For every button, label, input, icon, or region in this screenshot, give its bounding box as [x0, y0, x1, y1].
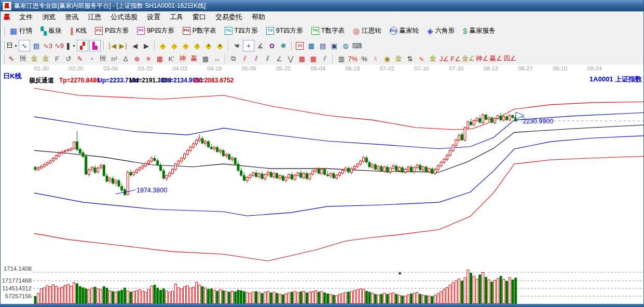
toolbar-button-9t-square[interactable]: T99T四方形: [262, 24, 307, 38]
tool-flower-tool[interactable]: ✿: [267, 40, 277, 51]
tool-diamond-vspan[interactable]: ◆↕: [192, 40, 202, 51]
draw-gann-fan-circle[interactable]: ⊕: [132, 53, 142, 64]
toolbar-button-quotes[interactable]: ▦行情: [6, 24, 36, 38]
menu-item-8[interactable]: 窗口: [188, 11, 211, 23]
tool-period-day[interactable]: 日▼: [6, 40, 18, 51]
menu-item-3[interactable]: 资讯: [60, 11, 83, 23]
draw-k-vertical[interactable]: K': [166, 53, 176, 64]
tool-maze-tool[interactable]: ❃: [278, 40, 289, 51]
tool-diamond-right[interactable]: ◆→: [169, 40, 180, 51]
draw-shen-angle[interactable]: 神∠: [476, 53, 489, 64]
draw-ying-tool[interactable]: 赢: [189, 53, 199, 64]
tool-notes[interactable]: ▤: [318, 40, 328, 51]
draw-angle-rays[interactable]: ∠: [274, 53, 284, 64]
tool-volume-profile[interactable]: ▙: [89, 40, 101, 51]
draw-square-grid-red[interactable]: ▦: [155, 53, 165, 64]
tool-pattern-tool[interactable]: ▞: [77, 40, 88, 51]
draw-percent[interactable]: %: [359, 53, 369, 64]
tool-report-view[interactable]: ▤: [31, 40, 42, 51]
draw-fan-red[interactable]: ⫽: [240, 53, 250, 64]
draw-fan-mixed[interactable]: ⫽: [263, 53, 273, 64]
tool-crosshair[interactable]: ＋: [243, 40, 254, 51]
draw-gold-red-line[interactable]: 金: [428, 53, 438, 64]
menu-item-7[interactable]: 工具: [165, 11, 188, 23]
menu-item-5[interactable]: 公式选股: [106, 11, 142, 23]
draw-grid-red-2[interactable]: ▦: [297, 53, 307, 64]
draw-j-angle[interactable]: J∠: [439, 53, 449, 64]
draw-updown-measure[interactable]: ⇅: [405, 53, 415, 64]
draw-percent-line[interactable]: ﹪: [371, 53, 381, 64]
draw-fan-purple[interactable]: ⫽: [251, 53, 262, 64]
draw-star-grid[interactable]: ✳: [143, 53, 154, 64]
candle-body: [500, 116, 502, 120]
draw-parallel-lines[interactable]: ⫽: [320, 53, 330, 64]
draw-gold-grid-1[interactable]: 金: [29, 53, 39, 64]
menu-item-4[interactable]: 江恩: [83, 11, 106, 23]
draw-spiral-tool[interactable]: ↺: [63, 53, 74, 64]
draw-grid-red-3[interactable]: ▦: [308, 53, 319, 64]
toolbar-button-winner-service[interactable]: $赢家服务: [459, 24, 499, 38]
tool-web-export[interactable]: ◍: [340, 40, 351, 51]
draw-gold-grid-2[interactable]: 金: [40, 53, 51, 64]
menu-item-6[interactable]: 设置: [142, 11, 165, 23]
draw-gold-angle[interactable]: 金∠: [462, 53, 475, 64]
tool-candle-style[interactable]: ❚▼: [65, 40, 76, 51]
menu-item-9[interactable]: 交易委托: [211, 11, 247, 23]
draw-a-angle[interactable]: ∆: [120, 53, 131, 64]
tool-last-bar[interactable]: ▶∣: [118, 40, 129, 51]
tool-diamond-hspan[interactable]: ◆↔: [181, 40, 191, 51]
draw-percent-7[interactable]: 7%: [348, 53, 358, 64]
draw-width-span[interactable]: ↔: [212, 53, 222, 64]
draw-n-square[interactable]: n²: [109, 53, 119, 64]
toolbar-button-9p-square[interactable]: P99P四方形: [133, 24, 179, 38]
draw-red-pencil[interactable]: ✎: [75, 53, 85, 64]
tool-prev-bar[interactable]: ◀: [130, 40, 140, 51]
draw-shen-tool[interactable]: 神: [177, 53, 188, 64]
tool-angle-measure[interactable]: ∡: [255, 40, 266, 51]
draw-scale-tool[interactable]: ▥: [336, 53, 347, 64]
toolbar-button-p-square[interactable]: PSP四方形: [91, 24, 133, 38]
tool-pan-hand[interactable]: ☚: [231, 40, 242, 51]
draw-gold-circle[interactable]: ◉: [382, 53, 392, 64]
menu-item-10[interactable]: 帮助: [247, 11, 270, 23]
draw-ying-angle[interactable]: 赢∠: [489, 53, 502, 64]
menu-item-1[interactable]: 文件: [15, 11, 37, 23]
tool-calendar-21[interactable]: 21: [295, 40, 305, 51]
tool-calculator[interactable]: ▦: [306, 40, 317, 51]
tool-diamond-expand[interactable]: ◆+: [203, 40, 214, 51]
toolbar-button-t-square[interactable]: TST四方形: [221, 24, 262, 38]
volume-bar: [85, 289, 87, 304]
tool-workstation[interactable]: ⌨: [352, 40, 362, 51]
toolbar-button-winner-wheel[interactable]: Big赢家轮: [386, 24, 423, 38]
toolbar-button-kline[interactable]: ∥K线: [66, 24, 91, 38]
volume-bar: [273, 292, 275, 303]
tool-next-bar[interactable]: ▶: [141, 40, 152, 51]
tool-diamond-left[interactable]: ◆←: [158, 40, 168, 51]
tool-save[interactable]: ▣: [329, 40, 339, 51]
tool-wave-9[interactable]: ∿9: [54, 40, 64, 51]
draw-wave-red[interactable]: ∿: [416, 53, 427, 64]
candle-body: [240, 171, 242, 175]
draw-grid-123[interactable]: ▦: [200, 53, 211, 64]
tool-first-bar[interactable]: ∣◀: [107, 40, 117, 51]
toolbar-button-hexagon[interactable]: ◈六角形: [423, 24, 459, 38]
toolbar-button-gann-wheel[interactable]: ◎江恩轮: [349, 24, 386, 38]
menu-item-2[interactable]: 浏览: [37, 11, 60, 23]
draw-ruler-ticks[interactable]: 卌: [18, 53, 28, 64]
tool-wave-3[interactable]: ∿3: [43, 40, 53, 51]
draw-gold-line[interactable]: 金: [393, 53, 404, 64]
draw-time-clock[interactable]: ◔: [86, 53, 97, 64]
draw-v-marker[interactable]: ⋁: [285, 53, 296, 64]
draw-four-angle[interactable]: 四∠: [503, 53, 516, 64]
tool-zigzag-view[interactable]: ∿: [19, 40, 30, 51]
draw-f-angle[interactable]: F∠: [450, 53, 461, 64]
chart-canvas[interactable]: 01-3002-2003-0603-2004-0304-1805-0605-20…: [1, 65, 644, 307]
tool-diamond-cross[interactable]: ◆×: [215, 40, 225, 51]
draw-box-select[interactable]: ⧉: [228, 53, 239, 64]
toolbar-button-sectors[interactable]: ▚板块: [36, 24, 66, 38]
draw-pencil-tool[interactable]: ✎: [6, 53, 17, 64]
draw-f-ruler[interactable]: F: [52, 53, 62, 64]
toolbar-button-t-number-table[interactable]: TNT数字表: [307, 24, 349, 38]
draw-tick-ruler[interactable]: 卌: [98, 53, 108, 64]
toolbar-button-p-number-table[interactable]: PNP数字表: [179, 24, 221, 38]
